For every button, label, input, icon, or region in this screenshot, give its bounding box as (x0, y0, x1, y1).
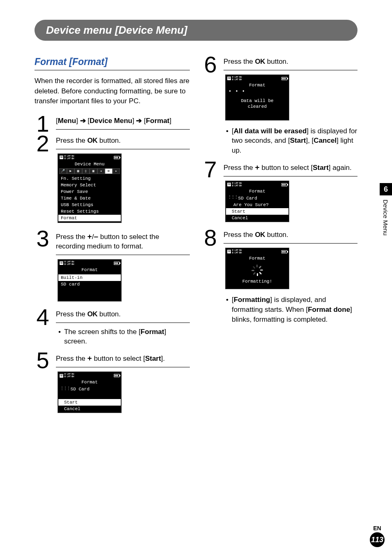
step-3-text: Press the +/– button to select the recor… (56, 231, 190, 255)
text: Press the (56, 310, 88, 318)
text: button. (97, 310, 121, 318)
battery-icon (281, 250, 287, 253)
list-item: Memory Select (58, 182, 121, 188)
section-header: Device menu [Device Menu] (35, 20, 357, 41)
sd-icon: SD (60, 374, 63, 378)
battery-icon (114, 262, 120, 265)
lmt-icon: R LMTB LMT (64, 261, 71, 266)
section-header-title: Device menu [Device Menu] (46, 24, 346, 37)
bold-text: Formatting (234, 296, 270, 304)
sd-icon: SD (227, 77, 231, 80)
step-4-note: • The screen shifts to the [Format] scre… (58, 327, 190, 347)
rh-icon: RHBH (71, 261, 74, 266)
list-item-selected: Start (226, 208, 288, 215)
text: Press the (224, 231, 255, 239)
sd-icon: SD (60, 261, 63, 265)
bold-text: Format done (308, 306, 350, 313)
rh-icon: RHBH (239, 182, 242, 187)
page-number: 113 (370, 532, 385, 547)
step-4-number: 4 (35, 307, 51, 327)
battery-icon (114, 156, 120, 159)
text: The screen shifts to the [ (64, 328, 141, 336)
list-item: Cancel (226, 215, 288, 221)
lcd-tabs: 🎤▶▦▯▣◂⚙▸ (58, 168, 121, 174)
lcd-title: Format (226, 81, 288, 89)
list-item-selected: Built-in (58, 274, 121, 281)
step-6-number: 6 (202, 55, 219, 74)
step-8-note: • [Formatting] is displayed, and formatt… (226, 295, 357, 324)
sd-icon: SD (60, 155, 63, 159)
ok-button-label: OK (255, 58, 265, 65)
footer: EN 113 (370, 525, 385, 547)
start-label: Start (145, 355, 161, 362)
intro-paragraph: When the recorder is formatted, all stor… (35, 76, 190, 107)
step-5: 5 Press the + button to select [Start]. … (35, 352, 190, 419)
rh-icon: RHBH (239, 249, 242, 254)
lcd-format-clear: SD R LMTB LMT RHBH Format • • • Data wil… (225, 74, 289, 121)
text: SD Card (238, 196, 257, 201)
dotline: • • • (226, 89, 288, 95)
list-item-selected: Start (58, 399, 121, 406)
step-6-text: Press the OK button. (224, 57, 357, 70)
text: button to select [ (260, 164, 313, 172)
heading-rule (35, 70, 190, 70)
format-label: Format (141, 328, 164, 336)
chapter-label: Device Menu (380, 195, 392, 240)
text: button. (97, 137, 121, 144)
format-heading: Format [Format] (35, 56, 190, 67)
lcd-format-confirm: SD R LMTB LMT RHBH Format SD Card Are Yo… (225, 181, 289, 222)
step-7: 7 Press the + button to select [Start] a… (202, 161, 357, 228)
list-item-selected: Format (58, 215, 121, 221)
plus-button-label: + (255, 163, 260, 172)
menu-label: Menu (58, 117, 76, 125)
step-2: 2 Press the OK button. SD R LMTB LMT RHB… (35, 135, 190, 229)
ok-button-label: OK (88, 310, 98, 318)
step-5-text: Press the + button to select [Start]. (56, 353, 190, 367)
plus-button-label: + (88, 232, 92, 241)
step-7-number: 7 (202, 160, 219, 179)
step-6-note: • [All data will be erased] is displayed… (226, 126, 357, 155)
text: ]. (161, 355, 165, 362)
plus-button-label: + (88, 354, 92, 362)
ok-button-label: OK (88, 137, 98, 144)
lcd-title: Format (58, 266, 121, 274)
rh-icon: RHBH (239, 76, 242, 81)
chapter-number: 6 (380, 183, 392, 195)
lcd-title: Format (58, 378, 121, 386)
battery-icon (114, 374, 120, 377)
list-item: Are You Sure? (226, 202, 288, 208)
lmt-icon: R LMTB LMT (232, 182, 238, 187)
text: SD Card (71, 387, 90, 392)
text: Data will be (241, 98, 273, 103)
left-column: Format [Format] When the recorder is for… (35, 56, 190, 420)
bold-text: All data will be erased (234, 127, 307, 135)
step-8: 8 Press the OK button. SD R LMTB LMT RHB… (202, 230, 357, 329)
step-3: 3 Press the +/– button to select the rec… (35, 230, 190, 307)
lmt-icon: R LMTB LMT (232, 76, 238, 81)
lcd-device-menu: SD R LMTB LMT RHBH Device Menu 🎤▶▦▯▣◂⚙▸ … (58, 153, 122, 223)
list-item: Fn. Setting (58, 175, 121, 182)
lcd-format-progress: SD R LMTB LMT RHBH Format Formatting! (225, 248, 289, 289)
text: ] again. (329, 164, 352, 172)
step-7-text: Press the + button to select [Start] aga… (224, 162, 357, 176)
cancel-label: Cancel (314, 137, 337, 144)
sd-icon: SD (227, 183, 231, 186)
text: Press the (224, 164, 255, 172)
lcd-title: Format (226, 255, 288, 262)
text: button. (265, 58, 288, 65)
list-item: Time & Date (58, 195, 121, 202)
list-item: Reset Settings (58, 208, 121, 215)
grid-icon (61, 388, 65, 391)
start-label: Start (290, 137, 306, 144)
text: ], [ (306, 137, 314, 144)
lcd-format-start: SD R LMTB LMT RHBH Format SD Card Start … (58, 371, 122, 413)
ok-button-label: OK (255, 231, 265, 239)
text: button. (265, 231, 288, 239)
side-tab: 6 Device Menu (380, 183, 392, 240)
step-2-text: Press the OK button. (56, 136, 190, 149)
sd-icon: SD (227, 250, 231, 253)
text: Press the (56, 137, 88, 144)
arrow-icon: ➔ (80, 117, 86, 124)
step-8-number: 8 (202, 228, 219, 248)
lcd-title: Device Menu (58, 160, 121, 168)
